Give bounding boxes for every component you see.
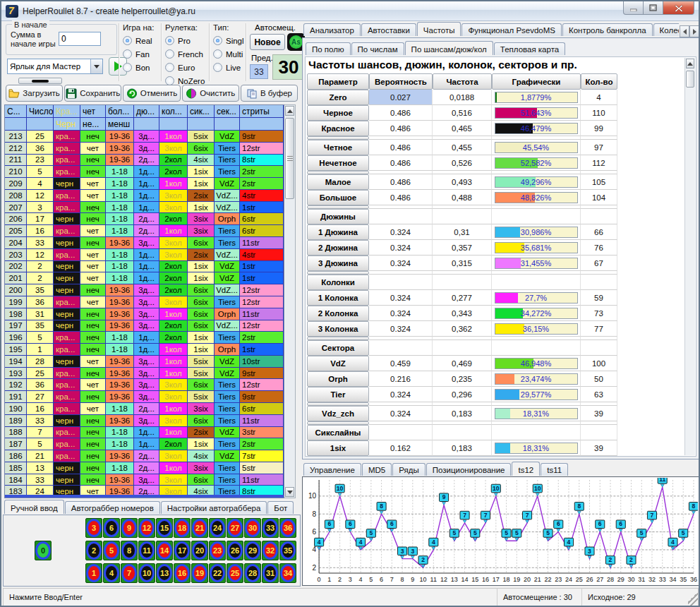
subtab-по-числам[interactable]: По числам bbox=[351, 42, 404, 55]
freq-param-button[interactable]: 1 Колонка bbox=[307, 290, 369, 306]
chart-tab-позиционирование[interactable]: Позиционирование bbox=[426, 463, 512, 476]
freq-param-button[interactable]: Черное bbox=[307, 105, 369, 121]
table-row[interactable]: 18621кра...неч19-362д...3кол4sixVdZ7str bbox=[5, 450, 284, 462]
number-button-24[interactable]: 24 bbox=[209, 518, 226, 538]
column-header[interactable]: Кра... bbox=[54, 105, 80, 118]
input-tab-автограббер-номеров[interactable]: Автограббер номеров bbox=[65, 501, 160, 514]
table-row[interactable]: 2105кра...неч1-181д...2кол1sixTiers2str bbox=[5, 166, 284, 178]
table-row[interactable]: 1951кра...неч1-181д...1кол1sixOrph1str bbox=[5, 344, 284, 356]
number-button-4[interactable]: 4 bbox=[103, 563, 120, 583]
clear-button[interactable]: Очистить bbox=[182, 85, 239, 102]
table-row[interactable]: 20312кра...чет1-181д...3кол2sixVdZ...4st… bbox=[5, 249, 284, 261]
column-header[interactable]: дю... bbox=[134, 105, 159, 118]
column-header[interactable]: бол... bbox=[106, 105, 134, 118]
table-row[interactable]: 20812кра...чет1-181д...3кол2sixVdZ...4st… bbox=[5, 190, 284, 202]
number-button-13[interactable]: 13 bbox=[156, 563, 173, 583]
freq-param-button[interactable]: VdZ bbox=[307, 356, 369, 371]
tab-анализатор[interactable]: Анализатор bbox=[303, 23, 361, 36]
minimize-button[interactable] bbox=[623, 1, 644, 15]
chart-tab-ts12[interactable]: ts12 bbox=[512, 462, 540, 476]
number-button-10[interactable]: 10 bbox=[138, 563, 155, 583]
number-button-20[interactable]: 20 bbox=[191, 541, 208, 560]
tab-контроль-банкролла[interactable]: Контроль банкролла bbox=[562, 23, 653, 36]
freq-param-button[interactable]: 2 Колонка bbox=[307, 306, 369, 321]
column-header[interactable]: чет bbox=[80, 105, 106, 118]
radio-bon[interactable]: Bon bbox=[123, 63, 154, 72]
freq-param-button[interactable]: 1 Дюжина bbox=[307, 224, 369, 240]
collapse-mini-button[interactable] bbox=[18, 78, 62, 84]
table-row[interactable]: 19735черннеч19-363д...2кол6sixVdZ...12st… bbox=[5, 320, 284, 332]
radio-fan[interactable]: Fan bbox=[123, 49, 154, 59]
column-header[interactable]: Черн bbox=[54, 118, 80, 131]
number-button-35[interactable]: 35 bbox=[279, 541, 296, 560]
scroll-up-button[interactable] bbox=[285, 106, 294, 116]
table-row[interactable]: 21325кра...неч19-363д...1кол5sixVdZ9str bbox=[5, 131, 284, 143]
number-button-8[interactable]: 8 bbox=[121, 541, 138, 560]
table-row[interactable]: 21123кра...неч19-362д...2кол4sixTiers8st… bbox=[5, 155, 284, 167]
column-header[interactable] bbox=[188, 118, 215, 131]
freq-param-button[interactable]: 1six bbox=[307, 440, 369, 456]
table-row[interactable]: 19016кра...чет1-182д...1кол3sixTiers6str bbox=[5, 403, 284, 415]
number-button-30[interactable]: 30 bbox=[244, 518, 261, 538]
subtab-по-шансам-дюж-кол[interactable]: По шансам/дюж/кол bbox=[405, 41, 493, 55]
table-row[interactable]: 2022чернчет1-181д...2кол1sixVdZ1str bbox=[5, 261, 284, 273]
freq-param-button[interactable]: Tier bbox=[307, 387, 369, 402]
number-button-2[interactable]: 2 bbox=[85, 541, 102, 560]
radio-singl[interactable]: Singl bbox=[213, 36, 244, 45]
number-button-26[interactable]: 26 bbox=[227, 541, 243, 560]
column-header[interactable] bbox=[27, 118, 54, 131]
preset-combobox[interactable]: Ярлык для Мастер bbox=[7, 59, 103, 74]
chart-tab-ts11[interactable]: ts11 bbox=[541, 463, 568, 476]
number-button-31[interactable]: 31 bbox=[262, 563, 279, 583]
column-header[interactable]: Число bbox=[27, 105, 54, 118]
load-button[interactable]: Загрузить bbox=[6, 85, 63, 102]
number-button-1[interactable]: 1 bbox=[85, 563, 102, 583]
number-button-18[interactable]: 18 bbox=[174, 518, 191, 538]
radio-pro[interactable]: Pro bbox=[165, 36, 205, 45]
number-button-5[interactable]: 5 bbox=[103, 541, 120, 560]
start-sum-input[interactable] bbox=[59, 32, 101, 46]
number-button-17[interactable]: 17 bbox=[174, 541, 191, 560]
input-tab-бот[interactable]: Бот bbox=[267, 501, 294, 514]
table-row[interactable]: 20617черннеч1-182д...2кол3sixOrph6str bbox=[5, 213, 284, 225]
tab-scroll-right-button[interactable] bbox=[689, 25, 699, 37]
undo-button[interactable]: Отменить bbox=[123, 85, 180, 102]
freq-param-button[interactable]: 3 Колонка bbox=[307, 321, 369, 337]
table-row[interactable]: 2094чернчет1-181д...1кол1sixVdZ2str bbox=[5, 178, 284, 190]
input-tab-ручной-ввод[interactable]: Ручной ввод bbox=[4, 500, 64, 514]
column-header[interactable] bbox=[134, 118, 159, 131]
combobox-dropdown-button[interactable] bbox=[90, 59, 102, 73]
number-button-11[interactable]: 11 bbox=[138, 541, 155, 560]
frequency-table-scrollbar[interactable] bbox=[684, 58, 695, 455]
column-header[interactable]: сек... bbox=[215, 105, 240, 118]
chart-tab-ряды[interactable]: Ряды bbox=[392, 463, 426, 476]
table-row[interactable]: 18933черннеч19-363д...3кол6sixTiers11str bbox=[5, 415, 284, 427]
radio-euro[interactable]: Euro bbox=[165, 63, 205, 72]
column-header[interactable]: не... bbox=[80, 118, 106, 131]
scroll-down-button[interactable] bbox=[285, 487, 294, 497]
column-header[interactable] bbox=[159, 118, 188, 131]
number-button-33[interactable]: 33 bbox=[262, 518, 279, 538]
spin-table-scrollbar[interactable] bbox=[284, 104, 296, 498]
horizontal-scrollbar[interactable] bbox=[5, 495, 284, 498]
number-button-25[interactable]: 25 bbox=[227, 563, 243, 583]
table-row[interactable]: 1875кра...неч1-181д...2кол1sixTiers2str bbox=[5, 438, 284, 450]
number-button-7[interactable]: 7 bbox=[121, 563, 138, 583]
radio-french[interactable]: French bbox=[165, 49, 205, 59]
table-row[interactable]: 18433черннеч19-363д...3кол6sixTiers11str bbox=[5, 474, 284, 486]
tab-частоты[interactable]: Частоты bbox=[417, 22, 461, 36]
table-row[interactable]: 1887кра...неч1-181д...1кол2sixVdZ3str bbox=[5, 427, 284, 439]
number-button-21[interactable]: 21 bbox=[191, 518, 208, 538]
table-row[interactable]: 19127кра...неч19-363д...3кол5sixTiers9st… bbox=[5, 391, 284, 403]
chart-tab-md5[interactable]: MD5 bbox=[362, 463, 392, 476]
freq-param-button[interactable]: Сектора bbox=[307, 340, 369, 356]
number-button-23[interactable]: 23 bbox=[209, 541, 226, 560]
column-header[interactable] bbox=[5, 118, 27, 131]
freq-column-header[interactable]: Вероятность bbox=[369, 73, 433, 90]
column-header[interactable]: сик... bbox=[188, 105, 215, 118]
tab-автоставки[interactable]: Автоставки bbox=[361, 23, 416, 36]
new-button[interactable]: Новое bbox=[250, 34, 285, 50]
column-header[interactable]: С... bbox=[5, 105, 27, 118]
close-button[interactable] bbox=[663, 1, 694, 15]
input-tab-настройки-автограббера[interactable]: Настройки автограббера bbox=[161, 501, 267, 514]
